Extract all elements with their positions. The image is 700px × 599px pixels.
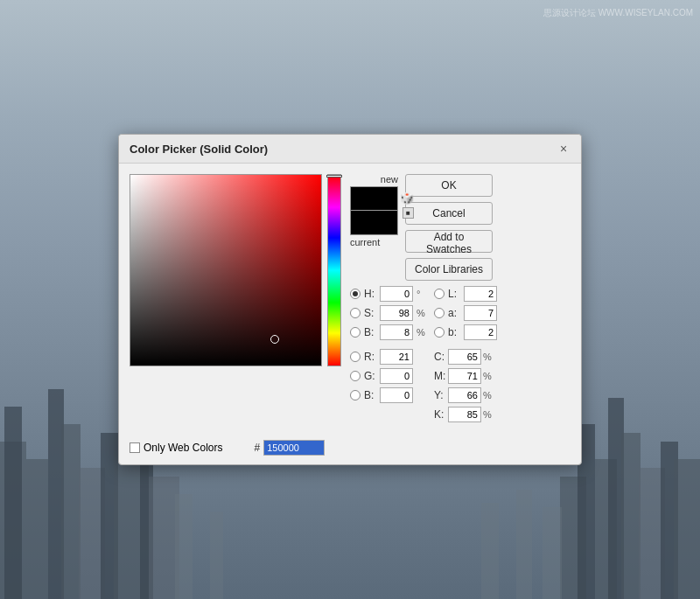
k-label: K: [434, 408, 448, 421]
s-row: S: % [350, 305, 427, 321]
m-label: M: [434, 370, 448, 382]
y-label: Y: [434, 389, 448, 401]
color-box-icon: ■ [402, 207, 414, 219]
cube-icon: 🎲 [400, 192, 414, 205]
dialog-titlebar: Color Picker (Solid Color) × [119, 135, 581, 164]
m-row: M: % [434, 368, 497, 384]
current-label: current [350, 237, 380, 247]
s-input[interactable] [380, 305, 413, 321]
color-field-cursor [270, 335, 279, 344]
r-row: R: [350, 349, 427, 365]
g-row: G: [350, 368, 427, 384]
g-input[interactable] [380, 368, 413, 384]
s-radio[interactable] [350, 308, 360, 318]
l-input[interactable] [464, 286, 497, 302]
fields-area: H: ° S: % [350, 286, 497, 426]
dialog-overlay: Color Picker (Solid Color) × [0, 0, 700, 599]
a-radio[interactable] [434, 308, 444, 318]
preview-stack: 🎲 ■ [350, 186, 398, 235]
color-swatch-current[interactable] [350, 211, 398, 235]
b3-label: b: [448, 326, 460, 338]
h-row: H: ° [350, 286, 427, 302]
b2-row: B: [350, 387, 427, 403]
new-label: new [381, 174, 398, 185]
k-row: K: % [434, 407, 497, 422]
only-web-colors-checkbox[interactable] [130, 442, 140, 453]
c-label: C: [434, 351, 448, 363]
m-unit: % [483, 371, 492, 381]
a-label: a: [448, 307, 460, 319]
right-panel: new 🎲 ■ current OK Cancel [350, 174, 497, 426]
l-radio[interactable] [434, 289, 444, 299]
y-row: Y: % [434, 387, 497, 403]
r-input[interactable] [380, 349, 413, 365]
g-label: G: [364, 370, 376, 382]
b3-radio[interactable] [434, 327, 444, 338]
c-input[interactable] [448, 349, 481, 365]
b3-input[interactable] [464, 324, 497, 340]
ok-button[interactable]: OK [405, 174, 493, 197]
only-web-colors-label: Only Web Colors [144, 442, 222, 454]
hsb-rgb-fields: H: ° S: % [350, 286, 427, 426]
y-unit: % [483, 390, 492, 400]
h-input[interactable] [380, 286, 413, 302]
right-panel-top: new 🎲 ■ current OK Cancel [350, 174, 497, 281]
actions-area: OK Cancel Add to Swatches Color Librarie… [405, 174, 493, 281]
spectrum-bar[interactable] [327, 174, 341, 366]
hex-field-area: # [254, 440, 325, 456]
lab-cmyk-fields: L: a: b: [434, 286, 497, 426]
dialog-footer: Only Web Colors # [119, 436, 581, 464]
color-picker-dialog: Color Picker (Solid Color) × [118, 134, 582, 465]
color-preview: new 🎲 ■ current [350, 174, 398, 281]
b2-input[interactable] [380, 387, 413, 403]
r-label: R: [364, 351, 376, 363]
b-radio[interactable] [350, 327, 360, 338]
dialog-title: Color Picker (Solid Color) [130, 143, 268, 156]
k-input[interactable] [448, 407, 481, 422]
a-input[interactable] [464, 305, 497, 321]
b3-row: b: [434, 324, 497, 340]
b-row: B: % [350, 324, 427, 340]
s-unit: % [416, 308, 427, 318]
l-label: L: [448, 288, 460, 300]
r-radio[interactable] [350, 352, 360, 362]
a-row: a: [434, 305, 497, 321]
b2-label: B: [364, 389, 376, 401]
b-unit: % [416, 327, 427, 338]
h-label: H: [364, 288, 376, 300]
h-unit: ° [416, 289, 427, 299]
color-libraries-button[interactable]: Color Libraries [405, 258, 493, 281]
color-field-container[interactable] [130, 174, 322, 366]
b2-radio[interactable] [350, 390, 360, 400]
l-row: L: [434, 286, 497, 302]
hex-input[interactable] [263, 440, 325, 456]
add-to-swatches-button[interactable]: Add to Swatches [405, 230, 493, 253]
c-unit: % [483, 352, 492, 362]
h-radio[interactable] [350, 289, 360, 299]
k-unit: % [483, 409, 492, 420]
color-swatch-new[interactable] [350, 186, 398, 211]
color-field[interactable] [130, 174, 322, 366]
m-input[interactable] [448, 368, 481, 384]
spectrum-indicator [326, 175, 342, 178]
g-radio[interactable] [350, 371, 360, 381]
dialog-body: new 🎲 ■ current OK Cancel [119, 164, 581, 436]
hex-label: # [254, 442, 260, 454]
picker-area [130, 174, 341, 426]
b-input[interactable] [380, 324, 413, 340]
c-row: C: % [434, 349, 497, 365]
close-button[interactable]: × [556, 142, 570, 156]
cancel-button[interactable]: Cancel [405, 202, 493, 225]
y-input[interactable] [448, 387, 481, 403]
only-web-colors-area: Only Web Colors [130, 442, 222, 454]
s-label: S: [364, 307, 376, 319]
b-label: B: [364, 326, 376, 338]
